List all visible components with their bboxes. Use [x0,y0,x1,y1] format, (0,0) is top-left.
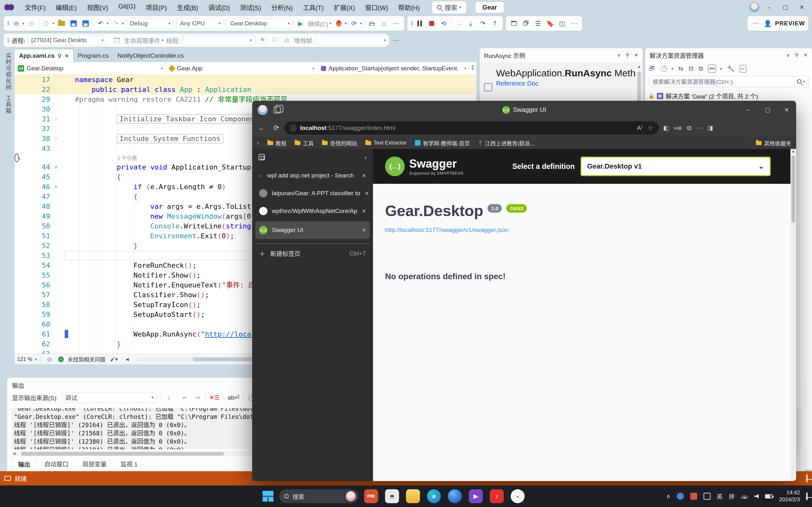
bookmark-item[interactable]: 工具 [295,139,314,147]
layout-icon[interactable]: ◫ [557,18,567,29]
add-user-icon[interactable]: 👤 [763,18,772,29]
content-scrollbar[interactable]: ▲ [791,149,796,481]
other-bookmarks-folder[interactable]: 其他收藏夹 [749,139,791,147]
output-tab[interactable]: 监视 1 [114,457,144,471]
output-tab[interactable]: 局部变量 [76,457,113,471]
drag-grip-icon[interactable]: ‖ [7,37,9,44]
left-tab-toolbox[interactable]: 工具箱 [4,95,12,114]
app-browser-blue[interactable] [448,489,462,503]
navigate-forward-icon[interactable]: ⊖ [27,18,36,29]
prev-message-icon[interactable]: ⇤ [181,394,189,401]
code-cleanup-icon[interactable]: 🖌▾ [109,354,119,364]
startup-project-dropdown[interactable]: Gear.Desktop▾ [226,18,293,29]
solution-platform-dropdown[interactable]: Any CPU▾ [176,18,224,29]
favorite-star-icon[interactable]: ☆ [648,124,653,131]
address-bar[interactable]: ⓘ localhost:5177/swagger/index.html A⁾ ☆ [285,121,659,135]
pause-icon[interactable] [415,18,424,29]
continue-button[interactable]: ▶ [296,18,305,29]
flag-icon[interactable]: ⚑ [258,35,267,45]
app-pre[interactable]: PRE [364,489,378,503]
properties-wrench-icon[interactable]: 🔧 [727,65,734,72]
pending-changes-icon[interactable]: 🕐 [660,65,668,72]
collapse-sidebar-icon[interactable]: ‹ [364,154,367,161]
left-tab-live-visual-tree[interactable]: 实时可视化树 [4,53,12,91]
restart-debug-icon[interactable]: ⟲ [439,18,449,29]
vs-search-box[interactable]: 搜索 ▾ [432,1,467,14]
documents-icon[interactable]: 🗇 [521,18,531,29]
menu-item-t[interactable]: 工具(T) [298,1,329,14]
close-icon[interactable]: ✕ [362,173,366,179]
more-icon[interactable]: ⋯ [751,18,760,29]
browser-maximize-button[interactable]: ▢ [758,101,777,119]
solution-explorer-search[interactable]: 搜索解决方案资源管理器(Ctrl+;) ▾ [649,76,808,87]
workspaces-icon[interactable] [274,107,281,113]
menu-item-x[interactable]: 扩展(X) [328,1,360,14]
menu-item-gitg[interactable]: Git(G) [113,1,141,14]
step-over-icon[interactable]: ↷ [478,18,488,29]
browser-close-button[interactable]: ✕ [777,101,796,119]
close-icon[interactable]: ✕ [362,208,366,214]
pin-icon[interactable]: ⚲ [795,52,798,58]
menu-item-p[interactable]: 项目(P) [141,1,172,14]
menu-item-h[interactable]: 帮助(H) [393,1,425,14]
tray-chevron-up-icon[interactable]: ∧ [666,493,670,500]
pin-icon[interactable]: ⚲ [625,52,629,58]
process-dropdown[interactable]: [27924] Gear.Deskto▾ [28,35,107,46]
browser-tab[interactable]: wpf/src/WpfWithAspNetCore/Ap✕ [255,204,370,219]
fold-arrow-icon[interactable]: › [55,114,64,124]
find-in-files-icon[interactable]: 🗁 [367,18,377,29]
favorites-bar-icon[interactable]: ⭒☰ [674,124,682,131]
preview-selected-icon[interactable]: ⌐ [740,65,746,72]
flag-group-icon[interactable]: ⚐ [270,35,280,45]
collapsed-region[interactable]: Initialize Taskbar Icon Components [117,114,265,124]
bookmark-item[interactable]: 智学网-教师端-首页 [415,139,470,147]
browser-more-icon[interactable]: ⋯ [696,124,702,131]
suspend-icon[interactable]: ⊘ [282,35,292,45]
taskbar-clock[interactable]: 14:42 2024/2/3 [779,489,800,503]
stackframe-dropdown[interactable]: ▾ [316,35,389,46]
menu-item-n[interactable]: 分析(N) [266,1,298,14]
scroll-left-icon[interactable]: ◀ [122,354,132,364]
notifications-bell-icon[interactable] [806,475,808,482]
breadcrumb-class[interactable]: Gear.App▾ [166,62,318,74]
reference-doc-link[interactable]: Reference Doc [496,80,538,87]
browser-minimize-button[interactable]: – [739,101,758,119]
code-line[interactable]: 17namespace Gear [14,75,476,84]
lifecycle-icon[interactable]: 🗔 [112,35,122,45]
sync-with-active-icon[interactable]: ⚯ [708,65,716,72]
app-white-dot[interactable]: ● [511,489,525,503]
undo-icon[interactable]: ↶ [96,18,105,29]
output-tab[interactable]: 自动窗口 [38,457,75,471]
new-tab-button[interactable]: ＋ 新建标签页 Ctrl+T [252,244,373,263]
definition-select[interactable]: Gear.Desktop v1 ⌄ [580,157,771,176]
maximize-button[interactable]: ▢ [778,2,792,13]
step-out-icon[interactable]: ⤒ [490,18,500,29]
document-tab[interactable]: App.xaml.cs⚲✕ [14,49,73,62]
close-icon[interactable]: ✕ [364,190,368,196]
next-message-icon[interactable]: ⇥ [193,394,201,401]
wifi-icon[interactable] [741,494,748,499]
restart-app-icon[interactable]: ⟳ [349,18,359,29]
battery-icon[interactable] [765,494,773,498]
home-window-icon[interactable]: ⌂ [379,18,389,29]
tab-actions-icon[interactable] [258,154,265,160]
browser-profile-avatar[interactable] [257,105,268,115]
close-icon[interactable]: ✕ [65,53,69,59]
document-tab[interactable]: NotifyObjectController.cs [113,49,188,62]
editor-zoom-level[interactable]: 121 % [17,356,32,362]
codelens-references[interactable]: 1 个引用 [117,154,137,163]
fold-arrow-icon[interactable]: ∨ [55,162,64,172]
save-all-icon[interactable] [81,18,90,29]
new-file-icon[interactable]: 🗋 [42,18,51,29]
menu-item-w[interactable]: 窗口(W) [360,1,393,14]
menu-item-f[interactable]: 文件(F) [20,1,51,14]
menu-item-e[interactable]: 编辑(E) [51,1,82,14]
bookmark-item[interactable]: 奇怪的网站 [322,139,357,147]
save-icon[interactable] [69,18,78,29]
hot-reload-icon[interactable] [334,18,344,29]
collections-icon[interactable]: ⧉ [687,124,691,131]
menu-item-d[interactable]: 调试(D) [203,1,235,14]
navigate-back-icon[interactable]: ⊖ [11,18,21,29]
bookmark-item[interactable]: 教程 [267,139,287,147]
switch-views-icon[interactable]: 🗗 [649,65,655,72]
